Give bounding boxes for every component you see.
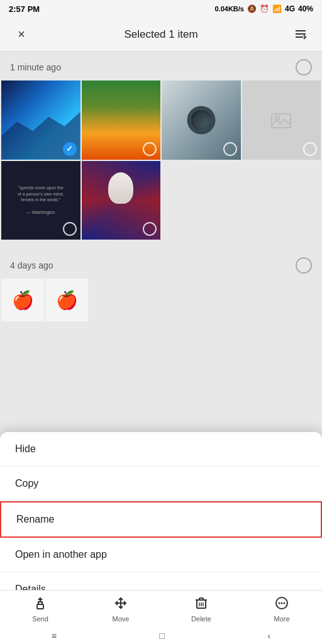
- send-icon: [33, 596, 48, 613]
- status-bar: 2:57 PM 0.04KB/s 🔕 ⏰ 📶 4G 40%: [0, 0, 322, 18]
- item-check-3: [223, 142, 237, 156]
- nav-more[interactable]: More: [242, 596, 322, 623]
- section-2-header: 4 days ago: [0, 250, 322, 279]
- top-bar: × Selected 1 item: [0, 18, 322, 52]
- sys-menu-btn[interactable]: ≡: [52, 631, 57, 641]
- send-label: Send: [32, 615, 48, 623]
- context-menu: Hide Copy Rename Open in another app Det…: [0, 432, 322, 606]
- grid-item-2[interactable]: [82, 80, 161, 160]
- signal-icon: 📶: [272, 4, 282, 13]
- network-speed: 0.04KB/s: [214, 5, 243, 13]
- placeholder-icon: [271, 111, 291, 129]
- page-title: Selected 1 item: [124, 28, 197, 41]
- section-1-time-label: 1 minute ago: [10, 62, 61, 72]
- preview-item-2[interactable]: 🍎: [45, 279, 88, 321]
- image-grid-row1: [0, 80, 322, 161]
- preview-strip-2: 🍎 🍎: [0, 279, 322, 323]
- item-check-5: [63, 222, 77, 236]
- section-1-header: 1 minute ago: [0, 52, 322, 80]
- svg-rect-3: [272, 114, 291, 128]
- section-2-select-all[interactable]: [296, 257, 312, 274]
- system-nav: ≡ □ ‹: [0, 628, 322, 644]
- nav-delete[interactable]: Delete: [161, 596, 242, 623]
- menu-item-open-in-app[interactable]: Open in another app: [0, 538, 322, 572]
- more-icon: [274, 596, 289, 613]
- status-indicators: 0.04KB/s 🔕 ⏰ 📶 4G 40%: [214, 4, 313, 13]
- close-button[interactable]: ×: [10, 23, 33, 46]
- item-check-4: [303, 142, 317, 156]
- filter-icon: [293, 27, 308, 42]
- status-time: 2:57 PM: [9, 4, 40, 14]
- filter-button[interactable]: [289, 23, 312, 46]
- mute-icon: 🔕: [247, 4, 257, 13]
- move-icon: [113, 596, 128, 613]
- battery-label: 40%: [298, 4, 313, 13]
- alarm-icon: ⏰: [260, 4, 269, 13]
- sys-back-btn[interactable]: ‹: [268, 631, 271, 641]
- nav-send[interactable]: Send: [0, 596, 80, 623]
- svg-point-17: [281, 602, 283, 604]
- svg-rect-5: [37, 604, 43, 609]
- svg-point-18: [284, 602, 286, 604]
- delete-label: Delete: [191, 615, 211, 623]
- menu-item-hide[interactable]: Hide: [0, 432, 322, 467]
- grid-item-4[interactable]: [242, 80, 321, 160]
- grid-item-5[interactable]: "spends more upon theof a person's own m…: [1, 161, 80, 240]
- section-1-select-all[interactable]: [296, 59, 312, 75]
- section-gap: [0, 243, 322, 250]
- grid-item-1[interactable]: [1, 80, 80, 160]
- item-check-6: [143, 222, 157, 236]
- menu-item-copy[interactable]: Copy: [0, 467, 322, 501]
- image-grid-row2: "spends more upon theof a person's own m…: [0, 161, 322, 242]
- carrier-label: 4G: [285, 4, 295, 13]
- empty-grid-space: [162, 161, 321, 240]
- item-check-1: [63, 142, 77, 156]
- move-label: Move: [113, 615, 130, 623]
- menu-item-rename[interactable]: Rename: [0, 501, 322, 538]
- section-2-time-label: 4 days ago: [10, 260, 53, 270]
- content-area: 1 minute ago: [0, 52, 322, 323]
- preview-item-1[interactable]: 🍎: [1, 279, 44, 321]
- svg-point-4: [275, 116, 279, 120]
- more-label: More: [274, 615, 289, 623]
- svg-point-16: [279, 602, 280, 604]
- sys-home-btn[interactable]: □: [160, 631, 165, 641]
- nav-move[interactable]: Move: [80, 596, 161, 623]
- grid-item-6[interactable]: [82, 161, 161, 240]
- bottom-nav: Send Move Delete: [0, 590, 322, 628]
- svg-rect-11: [199, 598, 203, 600]
- item-check-2: [143, 142, 157, 156]
- delete-icon: [194, 596, 209, 613]
- grid-item-3[interactable]: [162, 80, 241, 160]
